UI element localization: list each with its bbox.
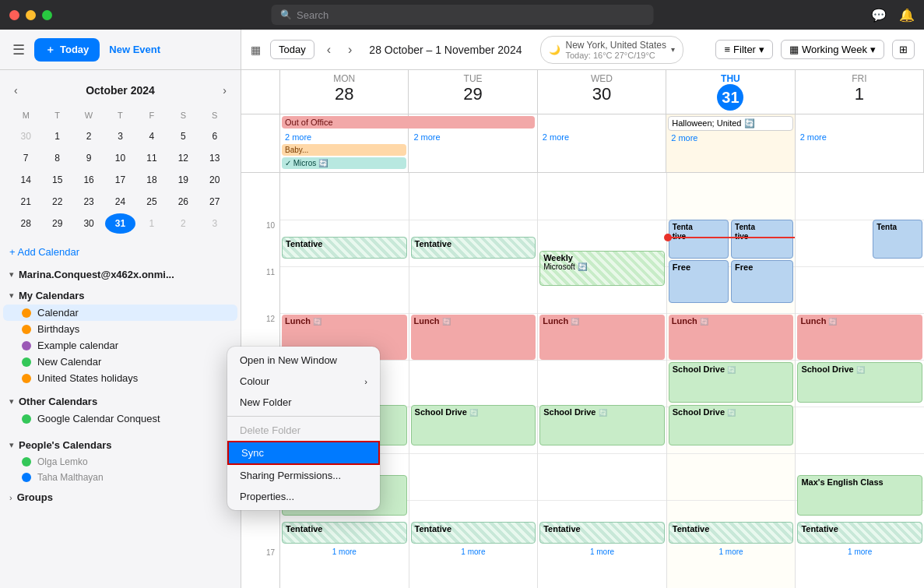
all-day-event-halloween[interactable]: Halloween; United 🔄 [668, 116, 792, 131]
cal-event-wed-lunch[interactable]: Lunch 🔄 [539, 315, 665, 360]
more-link-mon[interactable]: 2 more [282, 132, 406, 143]
ctx-open-new-window[interactable]: Open in New Window [227, 350, 241, 371]
cal-event-fri-lunch[interactable]: Lunch 🔄 [797, 315, 922, 360]
search-bar[interactable]: 🔍 Search [271, 5, 653, 25]
cal-event-fri-english[interactable]: Max's English Class [797, 475, 922, 516]
more-link-fri[interactable]: 2 more [797, 132, 922, 143]
mini-cal-day[interactable]: 30 [11, 126, 40, 146]
cal-event-mon-tentative2[interactable]: Tentative [282, 522, 407, 544]
people-item-taha[interactable]: Taha Malthayan [3, 470, 237, 485]
more-events-thu[interactable]: 1 more [667, 547, 796, 557]
cal-event-fri-tentative-small[interactable]: Tenta [873, 220, 922, 259]
mini-cal-day[interactable]: 20 [200, 170, 230, 190]
mini-cal-day[interactable]: 11 [137, 148, 167, 168]
cal-event-thu-free-1[interactable]: Free [669, 260, 729, 303]
more-events-fri[interactable]: 1 more [796, 547, 924, 557]
cal-event-wed-weekly[interactable]: Weekly Microsoft 🔄 [539, 251, 665, 286]
all-day-event-mon-detail[interactable]: Baby... [282, 144, 406, 156]
cal-event-thu-tentative-1[interactable]: Tentative [669, 220, 729, 259]
mini-cal-day[interactable]: 19 [168, 170, 198, 190]
all-day-event-out-of-office[interactable]: Out of Office [282, 116, 535, 129]
bell-icon[interactable]: 🔔 [899, 8, 915, 23]
today-button[interactable]: Today [270, 40, 314, 59]
add-calendar-button[interactable]: + Add Calendar [0, 241, 241, 262]
filter-button[interactable]: ≡ Filter ▾ [715, 40, 772, 59]
mini-cal-day[interactable]: 23 [74, 192, 104, 212]
mini-cal-day[interactable]: 8 [42, 148, 72, 168]
prev-button[interactable]: ‹ [322, 41, 336, 58]
chat-icon[interactable]: 💬 [871, 8, 887, 23]
more-link-wed[interactable]: 2 more [539, 132, 664, 143]
my-calendars-header[interactable]: ▾ My Calendars [0, 287, 241, 305]
ctx-new-folder[interactable]: New Folder [227, 392, 241, 413]
more-link-tue[interactable]: 2 more [410, 132, 535, 143]
mini-cal-day[interactable]: 1 [137, 213, 167, 234]
cal-event-mon-tentative[interactable]: Tentative [282, 237, 407, 259]
layout-button[interactable]: ⊞ [892, 40, 915, 59]
all-day-event-mon-micros[interactable]: ✓ Micros 🔄 [282, 157, 406, 169]
mini-cal-day[interactable]: 9 [74, 148, 104, 168]
calendar-item-example[interactable]: Example calendar [3, 337, 237, 354]
mini-cal-day[interactable]: 3 [105, 126, 135, 146]
mini-cal-day[interactable]: 4 [137, 126, 167, 146]
cal-event-tue-lunch[interactable]: Lunch 🔄 [411, 315, 536, 360]
more-events-wed[interactable]: 1 more [538, 547, 666, 557]
close-button[interactable] [9, 10, 19, 20]
calendar-item-new[interactable]: New Calendar [3, 354, 237, 370]
calendar-item-us-holidays[interactable]: United States holidays [3, 370, 237, 386]
cal-event-thu-tentative3[interactable]: Tentative [669, 522, 794, 544]
mini-cal-day[interactable]: 2 [168, 213, 198, 234]
cal-event-wed-school[interactable]: School Drive 🔄 [539, 405, 665, 445]
account-header[interactable]: ▾ Marina.Conquest@x462x.onmi... [0, 266, 241, 283]
mini-cal-day[interactable]: 28 [11, 213, 40, 234]
mini-cal-day[interactable]: 5 [168, 126, 198, 146]
cal-event-tue-tentative[interactable]: Tentative [411, 237, 536, 259]
mini-cal-day[interactable]: 30 [74, 213, 104, 234]
mini-cal-day[interactable]: 31 [105, 213, 135, 234]
mini-cal-day[interactable]: 1 [42, 126, 72, 146]
mini-cal-day[interactable]: 21 [11, 192, 40, 212]
more-link-thu[interactable]: 2 more [668, 132, 792, 143]
next-button[interactable]: › [343, 41, 357, 58]
calendar-item-google[interactable]: Google Calendar Conquest [3, 410, 237, 427]
more-events-mon[interactable]: 1 more [280, 547, 409, 557]
mini-cal-prev[interactable]: ‹ [9, 83, 23, 98]
people-item-olga[interactable]: Olga Lemko [3, 454, 237, 470]
mini-cal-day[interactable]: 24 [105, 192, 135, 212]
ctx-colour[interactable]: Colour › [227, 371, 241, 392]
cal-event-wed-tentative[interactable]: Tentative [539, 522, 665, 544]
mini-cal-day[interactable]: 18 [137, 170, 167, 190]
more-events-tue[interactable]: 1 more [409, 547, 538, 557]
peoples-cal-header[interactable]: ▾ People's Calendars [0, 436, 241, 454]
mini-cal-next[interactable]: › [218, 83, 231, 98]
mini-cal-day[interactable]: 2 [74, 126, 104, 146]
cal-event-tue-school[interactable]: School Drive 🔄 [411, 405, 536, 445]
mini-cal-day[interactable]: 10 [105, 148, 135, 168]
new-event-button[interactable]: ＋ Today [34, 38, 100, 62]
mini-cal-day[interactable]: 17 [105, 170, 135, 190]
mini-cal-day[interactable]: 6 [200, 126, 230, 146]
cal-event-thu-school-lower[interactable]: School Drive 🔄 [669, 405, 794, 445]
cal-event-thu-school-upper[interactable]: School Drive 🔄 [669, 362, 794, 403]
calendar-item-calendar[interactable]: Calendar [3, 305, 237, 321]
other-calendars-header[interactable]: ▾ Other Calendars [0, 393, 241, 410]
mini-cal-day[interactable]: 22 [42, 192, 72, 212]
mini-cal-day[interactable]: 13 [200, 148, 230, 168]
groups-header[interactable]: › Groups [0, 488, 241, 506]
cal-event-thu-free-2[interactable]: Free [731, 260, 793, 303]
cal-event-fri-tentative2[interactable]: Tentative [797, 522, 922, 544]
mini-cal-day[interactable]: 7 [11, 148, 40, 168]
weather-widget[interactable]: 🌙 New York, United States Today: 16°C 27… [540, 36, 683, 64]
mini-cal-day[interactable]: 26 [168, 192, 198, 212]
cal-event-thu-lunch[interactable]: Lunch 🔄 [669, 315, 794, 360]
mini-cal-day[interactable]: 29 [42, 213, 72, 234]
ctx-sharing[interactable]: Sharing Permissions... [227, 465, 241, 486]
mini-cal-day[interactable]: 27 [200, 192, 230, 212]
view-button[interactable]: ▦ Working Week ▾ [781, 40, 884, 59]
fullscreen-button[interactable] [42, 10, 52, 20]
cal-event-tue-tentative2[interactable]: Tentative [411, 522, 536, 544]
mini-cal-day[interactable]: 12 [168, 148, 198, 168]
mini-cal-day[interactable]: 3 [200, 213, 230, 234]
mini-cal-day[interactable]: 15 [42, 170, 72, 190]
mini-cal-day[interactable]: 25 [137, 192, 167, 212]
